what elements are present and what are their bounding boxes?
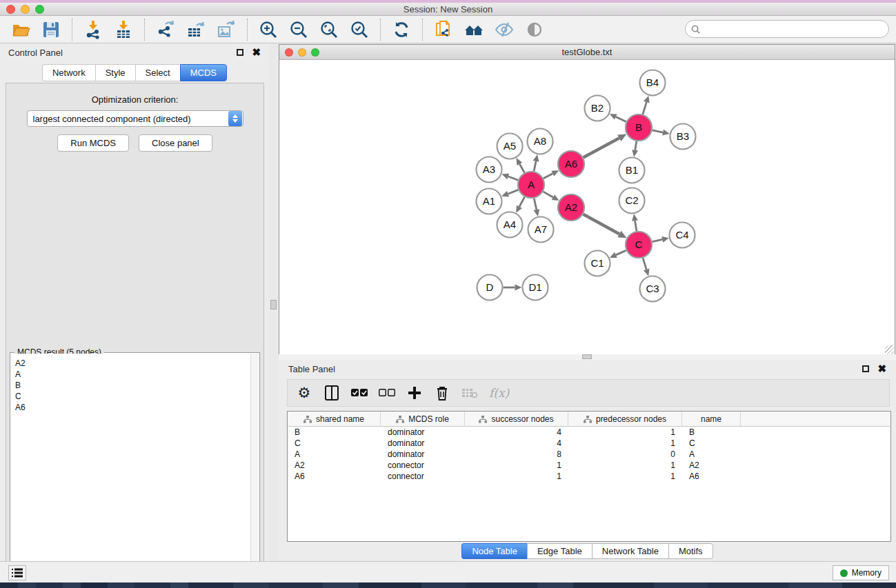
search-input[interactable]	[704, 24, 883, 34]
criterion-dropdown[interactable]: largest connected component (directed)	[27, 110, 243, 127]
horizontal-splitter[interactable]	[279, 354, 896, 360]
open-session-icon[interactable]	[10, 19, 31, 40]
import-network-icon[interactable]	[83, 19, 103, 40]
mcds-result-item[interactable]: A2	[15, 358, 259, 369]
network-window-titlebar[interactable]: testGlobe.txt	[279, 45, 895, 60]
show-graphics-icon[interactable]	[524, 19, 545, 40]
deselect-all-columns-icon[interactable]	[379, 385, 395, 401]
float-table-panel-icon[interactable]	[862, 365, 869, 372]
mcds-result-item[interactable]: A	[15, 369, 259, 380]
edge-A2-C[interactable]	[584, 214, 619, 234]
edge-A-A1[interactable]	[508, 190, 518, 194]
node-attribute-table[interactable]: shared nameMCDS rolesuccessor nodesprede…	[287, 411, 891, 542]
add-column-icon[interactable]	[406, 385, 423, 401]
zoom-in-icon[interactable]	[258, 19, 279, 40]
edge-B-B2[interactable]	[616, 116, 626, 121]
hide-graphics-icon[interactable]	[494, 19, 515, 40]
table-row[interactable]: A6connector11A6	[288, 471, 890, 482]
resize-grip-icon[interactable]	[885, 345, 894, 354]
import-table-icon[interactable]	[113, 19, 134, 40]
session-titlebar[interactable]: Session: New Session	[0, 3, 896, 16]
select-all-columns-icon[interactable]	[351, 385, 368, 401]
mcds-result-list[interactable]: A2ABCA6	[11, 354, 259, 588]
mcds-result-item[interactable]: C	[15, 391, 259, 402]
control-panel-title: Control Panel	[8, 48, 237, 58]
column-header-shared-name[interactable]: shared name	[288, 412, 381, 427]
close-table-panel-icon[interactable]: ✖	[877, 365, 886, 372]
search-field[interactable]	[685, 20, 889, 38]
edge-C-C3[interactable]	[643, 258, 646, 270]
edge-A-A2[interactable]	[543, 192, 553, 197]
column-header-MCDS-role[interactable]: MCDS role	[381, 412, 465, 427]
export-image-icon[interactable]	[216, 19, 237, 40]
edge-C-C1[interactable]	[616, 250, 626, 255]
table-toolbar: ⚙ f(x)	[287, 379, 890, 407]
table-settings-icon[interactable]: ⚙	[296, 385, 312, 401]
network-graph[interactable]: B4B2BB3A5A8A6B1A3AC2A1A2A4A7C4CC1C3DD1	[279, 60, 895, 355]
edge-A-A6[interactable]	[544, 174, 553, 179]
close-panel-button[interactable]: Close panel	[139, 134, 212, 152]
edge-B-B1[interactable]	[635, 141, 637, 150]
edge-A-A3[interactable]	[508, 176, 518, 180]
column-tree-icon	[584, 416, 592, 423]
splitter-grip[interactable]	[270, 300, 277, 310]
edge-A-A7[interactable]	[534, 199, 537, 210]
node-label: B4	[646, 77, 659, 88]
function-builder-button[interactable]: f(x)	[489, 386, 509, 400]
tab-select[interactable]: Select	[135, 64, 180, 81]
table-cell: connector	[381, 471, 465, 482]
tab-mcds[interactable]: MCDS	[180, 64, 227, 81]
float-panel-icon[interactable]	[237, 49, 243, 56]
tab-edge-table[interactable]: Edge Table	[527, 543, 592, 559]
edge-C-C4[interactable]	[653, 239, 663, 241]
edge-C-C2[interactable]	[635, 221, 637, 231]
application-window: Session: New Session	[0, 0, 896, 588]
tab-motifs[interactable]: Motifs	[668, 543, 713, 559]
delete-table-icon[interactable]	[461, 385, 478, 401]
table-row[interactable]: Bdominator41B	[288, 427, 890, 438]
copy-network-icon[interactable]	[433, 19, 454, 40]
table-row[interactable]: Cdominator41C	[288, 438, 890, 449]
edge-B-B3[interactable]	[653, 130, 663, 132]
column-header-successor-nodes[interactable]: successor nodes	[465, 412, 568, 427]
tab-node-table[interactable]: Node Table	[461, 543, 527, 559]
mcds-result-item[interactable]: A6	[15, 402, 259, 413]
table-cell: 1	[568, 460, 682, 471]
node-label: C3	[646, 283, 659, 294]
tab-network-table[interactable]: Network Table	[592, 543, 668, 559]
column-header-predecessor-nodes[interactable]: predecessor nodes	[568, 412, 682, 427]
edge-A6-B[interactable]	[584, 138, 619, 157]
node-label: A3	[483, 163, 495, 175]
column-header-name[interactable]: name	[682, 412, 741, 427]
table-cell: A	[288, 449, 381, 460]
table-row[interactable]: A2connector11A2	[288, 460, 890, 471]
export-network-icon[interactable]	[155, 19, 176, 40]
save-session-icon[interactable]	[41, 19, 61, 40]
edge-B-B4[interactable]	[643, 102, 646, 114]
edge-A-A5[interactable]	[519, 164, 524, 173]
mcds-result-item[interactable]: B	[15, 380, 259, 391]
column-layout-icon[interactable]	[323, 385, 340, 401]
edge-A-A8[interactable]	[534, 161, 536, 172]
zoom-selected-icon[interactable]	[349, 19, 370, 40]
memory-button[interactable]: Memory	[833, 565, 889, 580]
close-panel-icon[interactable]: ✖	[252, 49, 261, 56]
tab-style[interactable]: Style	[95, 64, 135, 81]
tab-network[interactable]: Network	[42, 64, 95, 81]
zoom-fit-icon[interactable]	[319, 19, 339, 40]
mcds-result-scrollbar[interactable]	[250, 354, 259, 588]
refresh-icon[interactable]	[391, 19, 412, 40]
home-view-icon[interactable]	[464, 19, 484, 40]
export-table-icon[interactable]	[186, 19, 206, 40]
network-canvas[interactable]: B4B2BB3A5A8A6B1A3AC2A1A2A4A7C4CC1C3DD1	[279, 60, 895, 355]
list-icon	[12, 568, 23, 578]
edge-A-A4[interactable]	[519, 197, 525, 207]
delete-column-icon[interactable]	[434, 385, 450, 401]
vertical-splitter[interactable]	[269, 43, 279, 561]
node-label: C2	[625, 194, 638, 206]
zoom-out-icon[interactable]	[288, 19, 309, 40]
splitter-grip[interactable]	[582, 354, 592, 359]
run-mcds-button[interactable]: Run MCDS	[57, 134, 129, 152]
table-row[interactable]: Adominator80A	[288, 449, 890, 460]
task-history-button[interactable]	[8, 565, 26, 580]
